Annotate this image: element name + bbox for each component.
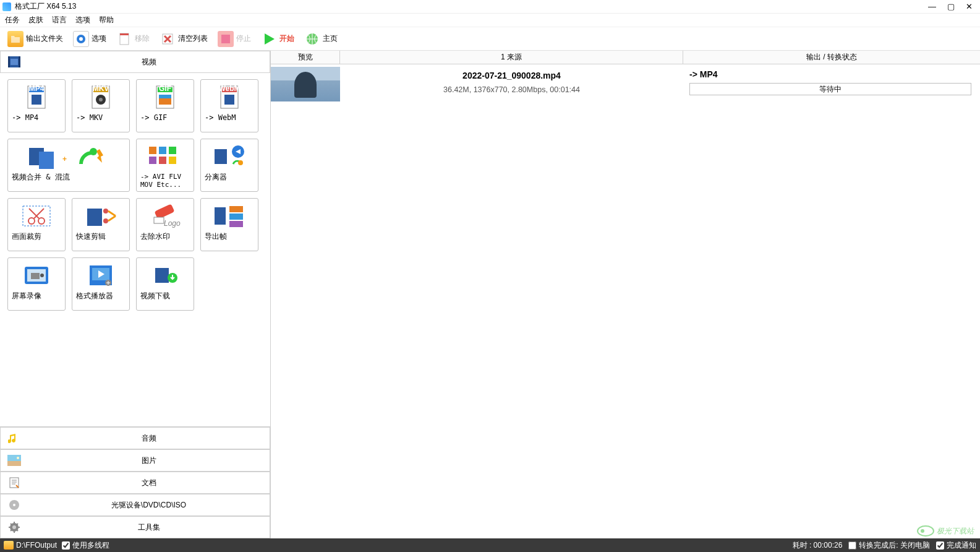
start-button[interactable]: 开始	[257, 30, 298, 48]
menu-language[interactable]: 语言	[52, 15, 67, 25]
category-tools[interactable]: 工具集	[0, 516, 270, 538]
category-picture[interactable]: 图片	[0, 449, 270, 472]
mkv-icon: MKV	[82, 84, 119, 111]
multithread-checkbox[interactable]	[62, 541, 70, 550]
svg-rect-35	[149, 157, 156, 164]
svg-rect-50	[215, 207, 226, 225]
menu-options[interactable]: 选项	[75, 15, 90, 25]
svg-rect-53	[229, 221, 243, 227]
tools-icon	[6, 519, 23, 536]
col-preview[interactable]: 预览	[271, 51, 340, 64]
menu-task[interactable]: 任务	[5, 15, 20, 25]
tile-merge[interactable]: + 视频合并 & 混流	[7, 139, 130, 192]
mp4-icon: MP4	[18, 84, 55, 111]
tile-webm[interactable]: WebM -> WebM	[200, 79, 258, 132]
tile-remove-wm-label: 去除水印	[138, 232, 192, 241]
tile-avi-etc[interactable]: -> AVI FLV MOV Etc...	[136, 139, 194, 192]
tile-mp4[interactable]: MP4 -> MP4	[7, 79, 66, 132]
content: 预览 1 来源 输出 / 转换状态 2022-07-21_090028.mp4 …	[271, 51, 980, 538]
col-source[interactable]: 1 来源	[340, 51, 683, 64]
shutdown-checkbox[interactable]	[848, 541, 856, 550]
svg-rect-2	[120, 33, 129, 35]
category-audio[interactable]: 音频	[0, 427, 270, 449]
category-document[interactable]: 文档	[0, 472, 270, 494]
svg-rect-64	[7, 461, 21, 466]
tile-merge-label: 视频合并 & 混流	[9, 173, 128, 181]
output-folder-label: 输出文件夹	[26, 33, 63, 44]
tile-splitter[interactable]: 分离器	[200, 139, 258, 192]
close-button[interactable]: ✕	[966, 2, 973, 11]
notify-toggle[interactable]: 完成通知	[936, 540, 976, 551]
category-disc[interactable]: 光驱设备\DVD\CD\ISO	[0, 494, 270, 516]
tile-remove-watermark[interactable]: Logo 去除水印	[136, 198, 194, 251]
tile-player-label: 格式播放器	[74, 291, 128, 300]
category-video-header[interactable]: 视频	[0, 51, 270, 73]
svg-rect-38	[215, 149, 227, 164]
svg-rect-29	[39, 152, 54, 169]
options-button[interactable]: 选项	[69, 30, 110, 48]
stop-icon	[218, 31, 234, 47]
minimize-button[interactable]: —	[928, 2, 936, 11]
merge-icon: +	[19, 143, 118, 170]
svg-rect-36	[159, 157, 166, 164]
eraser-icon: Logo	[147, 202, 184, 230]
menu-help[interactable]: 帮助	[99, 15, 114, 25]
remove-button[interactable]: 移除	[113, 30, 153, 48]
notify-checkbox[interactable]	[936, 541, 944, 550]
tile-screen-record[interactable]: 屏幕录像	[7, 257, 66, 311]
col-output[interactable]: 输出 / 转换状态	[683, 51, 980, 64]
column-headers: 预览 1 来源 输出 / 转换状态	[271, 51, 980, 64]
tile-export-frames[interactable]: 导出帧	[200, 198, 258, 251]
svg-text:+: +	[62, 155, 67, 163]
disc-icon	[6, 496, 23, 514]
svg-point-57	[40, 274, 44, 277]
clear-label: 清空列表	[178, 33, 208, 44]
statusbar: D:\FFOutput 使用多线程 耗时 : 00:00:26 转换完成后: 关…	[0, 538, 980, 552]
folder-icon	[7, 31, 23, 47]
svg-text:WebM: WebM	[218, 84, 240, 93]
task-thumbnail	[271, 67, 340, 101]
window-title: 格式工厂 X64 5.13	[15, 1, 928, 12]
category-document-label: 文档	[28, 478, 270, 488]
svg-rect-61	[155, 268, 169, 283]
category-video-label: 视频	[28, 57, 270, 67]
svg-rect-8	[19, 56, 20, 67]
after-done-toggle[interactable]: 转换完成后: 关闭电脑	[848, 540, 930, 551]
sidebar: 视频 MP4 -> MP4 MKV -> MKV GIF -> GIF	[0, 51, 271, 538]
multi-format-icon	[147, 143, 184, 170]
video-tiles-grid: MP4 -> MP4 MKV -> MKV GIF -> GIF WebM	[0, 73, 270, 426]
task-row[interactable]: 2022-07-21_090028.mp4 36.42M, 1376x770, …	[271, 64, 980, 104]
tile-player[interactable]: 格式播放器	[72, 257, 130, 311]
svg-rect-7	[8, 56, 10, 67]
svg-rect-34	[169, 147, 176, 154]
maximize-button[interactable]: ▢	[947, 2, 955, 11]
svg-point-68	[13, 504, 15, 506]
output-path-button[interactable]: D:\FFOutput	[4, 541, 57, 550]
tile-screen-rec-label: 屏幕录像	[9, 291, 64, 300]
svg-rect-48	[154, 217, 164, 223]
tile-mp4-label: -> MP4	[9, 113, 64, 122]
output-folder-button[interactable]: 输出文件夹	[4, 30, 67, 48]
camera-icon	[18, 262, 55, 289]
svg-point-45	[103, 209, 108, 213]
tile-mkv[interactable]: MKV -> MKV	[72, 79, 130, 132]
tile-video-download[interactable]: 视频下载	[136, 257, 194, 311]
stop-button[interactable]: 停止	[214, 30, 255, 48]
clear-list-button[interactable]: 清空列表	[156, 30, 211, 48]
tile-quick-cut[interactable]: 快速剪辑	[72, 198, 130, 251]
tile-crop[interactable]: 画面裁剪	[7, 198, 66, 251]
menu-skin[interactable]: 皮肤	[28, 15, 43, 25]
task-status[interactable]: 等待中	[689, 83, 971, 95]
multithread-toggle[interactable]: 使用多线程	[62, 540, 109, 551]
notify-label: 完成通知	[947, 540, 976, 551]
svg-point-31	[90, 148, 97, 155]
remove-label: 移除	[135, 33, 150, 44]
elapsed-time: 耗时 : 00:00:26	[793, 540, 843, 551]
webm-icon: WebM	[211, 84, 248, 111]
svg-text:MKV: MKV	[93, 84, 109, 93]
svg-text:GIF: GIF	[159, 84, 171, 93]
download-icon	[147, 262, 184, 289]
tile-gif[interactable]: GIF -> GIF	[136, 79, 194, 132]
home-button[interactable]: 主页	[300, 30, 341, 48]
tile-webm-label: -> WebM	[202, 113, 257, 122]
